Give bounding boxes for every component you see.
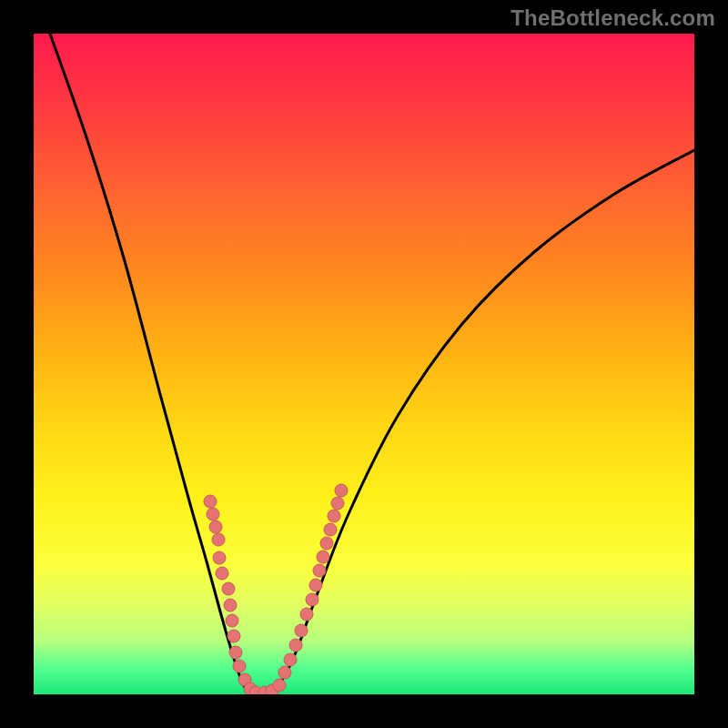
data-dot bbox=[278, 666, 291, 679]
data-dot bbox=[295, 624, 308, 637]
watermark-text: TheBottleneck.com bbox=[511, 5, 715, 31]
outer-frame: TheBottleneck.com bbox=[0, 0, 728, 728]
data-dot bbox=[328, 510, 340, 522]
data-dot bbox=[213, 551, 226, 564]
data-dot bbox=[335, 484, 348, 497]
data-dot bbox=[224, 599, 237, 612]
data-dot bbox=[229, 646, 242, 659]
data-dot bbox=[324, 523, 337, 536]
data-dot bbox=[317, 551, 329, 563]
data-dot bbox=[284, 653, 297, 666]
plot-area bbox=[34, 34, 694, 694]
data-dot bbox=[331, 497, 344, 510]
data-dots bbox=[204, 484, 348, 694]
data-dot bbox=[320, 537, 333, 550]
data-dot bbox=[226, 614, 238, 627]
data-dot bbox=[273, 679, 286, 692]
data-dot bbox=[228, 630, 240, 642]
data-dot bbox=[309, 579, 322, 592]
curve-right-curve bbox=[256, 150, 694, 694]
data-dot bbox=[216, 567, 228, 580]
data-dot bbox=[204, 495, 217, 508]
data-dot bbox=[289, 639, 302, 652]
data-dot bbox=[306, 593, 318, 606]
chart-svg bbox=[34, 34, 694, 694]
data-dot bbox=[300, 608, 313, 621]
data-dot bbox=[207, 508, 219, 521]
data-dot bbox=[233, 660, 246, 672]
bottleneck-curve bbox=[50, 34, 694, 694]
data-dot bbox=[212, 533, 225, 546]
data-dot bbox=[222, 582, 235, 595]
curve-left-curve bbox=[50, 34, 256, 694]
data-dot bbox=[209, 521, 222, 533]
data-dot bbox=[313, 564, 326, 577]
